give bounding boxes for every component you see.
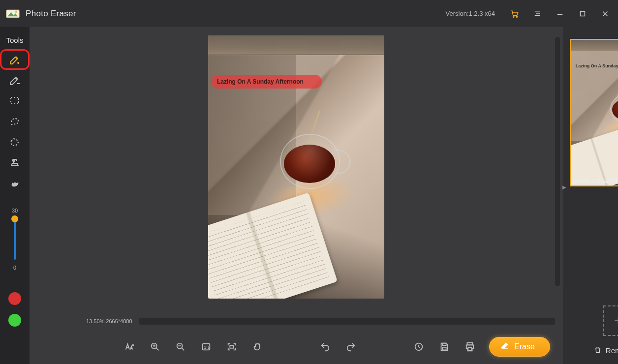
bottom-toolbar: 1:1 — [30, 330, 563, 364]
svg-rect-31 — [468, 348, 471, 351]
tool-smudge[interactable] — [0, 173, 30, 194]
svg-rect-29 — [442, 347, 446, 350]
remove-all-label: Remove All — [606, 346, 618, 355]
tools-sidebar: Tools 30 0 — [0, 27, 30, 364]
plus-icon: + — [614, 312, 618, 329]
svg-point-4 — [516, 16, 517, 17]
zoom-dimensions-label: 13.50% 2666*4000 — [86, 318, 132, 324]
horizontal-scrollbar[interactable] — [139, 318, 555, 325]
brush-size-min: 0 — [13, 265, 16, 271]
history-icon[interactable] — [412, 340, 425, 353]
swatch-mark-color[interactable] — [8, 292, 21, 305]
app-logo-icon — [6, 8, 20, 19]
thumbnail-card[interactable]: Lazing On A Sunday Afternoon pexels-sali… — [570, 39, 618, 186]
maximize-button[interactable] — [576, 7, 589, 21]
erase-label: Erase — [514, 342, 535, 351]
zoom-out-icon[interactable] — [174, 340, 187, 353]
trash-icon — [594, 346, 602, 355]
tool-lasso[interactable] — [0, 111, 30, 132]
thumbnail-filename: pexels-saliha-10651558 (1).jpg — [573, 178, 618, 184]
svg-point-2 — [15, 10, 17, 12]
tool-rect-select[interactable] — [0, 91, 30, 111]
remove-all-button[interactable]: Remove All — [594, 346, 618, 355]
brush-size-value: 30 — [12, 208, 18, 213]
fit-screen-icon[interactable] — [225, 340, 238, 353]
viewport[interactable]: Lazing On A Sunday Afternoon — [30, 27, 563, 316]
erase-button[interactable]: Erase — [489, 337, 550, 357]
svg-point-3 — [513, 16, 514, 17]
vertical-scrollbar[interactable] — [555, 37, 560, 286]
svg-rect-32 — [501, 348, 508, 349]
print-icon[interactable] — [464, 340, 476, 353]
thumbnail-caption: Lazing On A Sunday Afternoon — [576, 63, 618, 68]
pan-hand-icon[interactable] — [251, 340, 264, 353]
minimize-button[interactable] — [553, 7, 567, 21]
cart-icon[interactable] — [508, 7, 522, 21]
tools-title: Tools — [6, 36, 23, 44]
erase-selection-stroke[interactable]: Lazing On A Sunday Afternoon — [211, 75, 322, 89]
app-title: Photo Eraser — [26, 9, 76, 19]
svg-text:1:1: 1:1 — [204, 345, 210, 350]
eraser-icon — [500, 341, 509, 352]
actual-size-icon[interactable]: 1:1 — [200, 340, 213, 353]
canvas-area: Lazing On A Sunday Afternoon 13.50% 2666… — [30, 27, 563, 364]
svg-rect-26 — [230, 345, 233, 348]
tool-add-brush[interactable] — [0, 49, 30, 70]
photo-caption-text: Lazing On A Sunday Afternoon — [217, 78, 304, 85]
svg-line-22 — [182, 348, 185, 351]
redo-icon[interactable] — [344, 340, 357, 353]
save-icon[interactable] — [438, 340, 451, 353]
photo-canvas[interactable]: Lazing On A Sunday Afternoon — [208, 35, 384, 299]
zoom-in-icon[interactable] — [149, 340, 161, 353]
menu-icon[interactable] — [530, 7, 544, 21]
svg-rect-0 — [6, 10, 19, 18]
tool-clone-stamp[interactable] — [0, 152, 30, 173]
title-bar: Photo Eraser Version:1.2.3 x64 — [0, 0, 618, 27]
swatch-protect-color[interactable] — [8, 314, 21, 327]
svg-rect-28 — [442, 343, 446, 346]
tool-poly-lasso[interactable] — [0, 132, 30, 152]
tool-remove-brush[interactable] — [0, 70, 30, 91]
close-button[interactable] — [598, 7, 612, 21]
version-label: Version:1.2.3 x64 — [446, 10, 495, 17]
undo-icon[interactable] — [319, 340, 332, 353]
add-image-button[interactable]: + — [603, 305, 618, 336]
text-size-icon[interactable] — [123, 340, 136, 353]
brush-size-slider[interactable]: 30 0 — [12, 208, 18, 271]
svg-rect-9 — [581, 11, 585, 16]
right-sidebar: Lazing On A Sunday Afternoon pexels-sali… — [563, 27, 618, 364]
svg-rect-15 — [11, 97, 19, 104]
svg-line-18 — [156, 348, 159, 351]
slider-thumb[interactable] — [11, 215, 18, 222]
collapse-caret-icon[interactable]: ▶ — [562, 184, 566, 190]
